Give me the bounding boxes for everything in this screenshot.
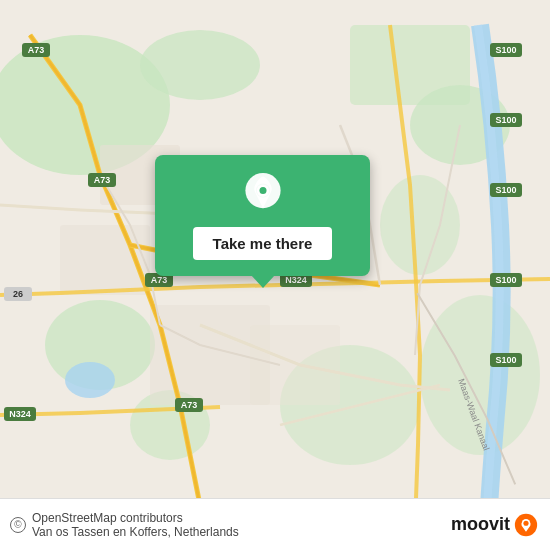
moovit-logo: moovit: [451, 513, 538, 537]
svg-text:S100: S100: [495, 355, 516, 365]
moovit-text: moovit: [451, 514, 510, 535]
svg-rect-14: [250, 325, 340, 405]
osm-attribution: OpenStreetMap contributors: [32, 511, 183, 525]
bottom-bar: © OpenStreetMap contributors Van os Tass…: [0, 498, 550, 550]
place-name-text: OpenStreetMap contributors Van os Tassen…: [32, 511, 239, 539]
svg-point-2: [140, 30, 260, 100]
svg-text:N324: N324: [9, 409, 31, 419]
svg-text:N324: N324: [285, 275, 307, 285]
svg-text:A73: A73: [151, 275, 168, 285]
moovit-icon: [514, 513, 538, 537]
svg-point-10: [65, 362, 115, 398]
svg-text:S100: S100: [495, 45, 516, 55]
popup-card: Take me there: [155, 155, 370, 276]
take-me-there-button[interactable]: Take me there: [193, 227, 333, 260]
svg-point-46: [523, 520, 528, 525]
map-container: Maas-Waal Kanaal A73 A73 A73 A73 N324 N3…: [0, 0, 550, 550]
svg-point-43: [259, 187, 266, 194]
attribution-section: © OpenStreetMap contributors Van os Tass…: [10, 511, 239, 539]
copyright-icon: ©: [10, 517, 26, 533]
svg-text:S100: S100: [495, 275, 516, 285]
svg-text:A73: A73: [94, 175, 111, 185]
svg-text:S100: S100: [495, 185, 516, 195]
svg-text:S100: S100: [495, 115, 516, 125]
location-pin-icon: [241, 173, 285, 217]
svg-text:26: 26: [13, 289, 23, 299]
place-name: Van os Tassen en Koffers, Netherlands: [32, 525, 239, 539]
svg-text:A73: A73: [28, 45, 45, 55]
svg-text:A73: A73: [181, 400, 198, 410]
